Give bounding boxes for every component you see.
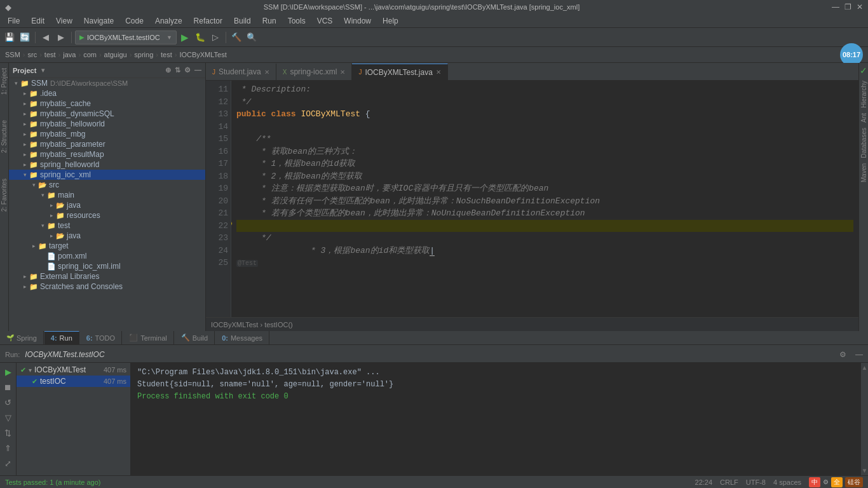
menu-item-tools[interactable]: Tools	[283, 15, 311, 27]
tree-item-mybatis-result[interactable]: ▸ 📁 mybatis_resultMap	[9, 149, 205, 159]
run-rerun-button[interactable]: ↺	[2, 396, 15, 409]
menu-item-run[interactable]: Run	[257, 15, 281, 27]
nav-java[interactable]: java	[63, 51, 76, 58]
tree-item-mybatis-dynamic[interactable]: ▸ 📁 mybatis_dynamicSQL	[9, 109, 205, 119]
coverage-button[interactable]: ▷	[208, 30, 222, 44]
sidebar-maven[interactable]: Maven	[860, 163, 867, 182]
nav-com[interactable]: com	[83, 51, 97, 58]
tree-arrow-src[interactable]: ▾	[29, 182, 38, 188]
menu-item-navigate[interactable]: Navigate	[79, 15, 119, 27]
tree-item-mybatis-cache[interactable]: ▸ 📁 mybatis_cache	[9, 98, 205, 109]
tree-arrow-ext-libs[interactable]: ▸	[20, 273, 29, 280]
nav-ssm[interactable]: SSM	[5, 51, 20, 58]
tree-item-spring-ioc[interactable]: ▾ 📁 spring_ioc_xml	[9, 170, 205, 180]
tree-item-java[interactable]: ▸ 📂 java	[9, 200, 205, 210]
sidebar-ant[interactable]: Ant	[860, 113, 867, 123]
run-play-button[interactable]: ▶	[2, 365, 15, 378]
tree-item-ext-libs[interactable]: ▸ 📁 External Libraries	[9, 271, 205, 281]
tab-student-java[interactable]: J Student.java ✕	[206, 64, 276, 80]
tab-spring-ioc[interactable]: X spring-ioc.xml ✕	[276, 64, 353, 80]
tree-arrow-idea[interactable]: ▸	[20, 90, 29, 97]
menu-item-edit[interactable]: Edit	[26, 15, 50, 27]
tree-arrow-target[interactable]: ▸	[29, 243, 38, 249]
build-button[interactable]: 🔨	[229, 30, 243, 44]
strip-favorites[interactable]: 2: Favorites	[1, 179, 8, 212]
tab-spring[interactable]: 🌱 Spring	[0, 331, 44, 345]
tree-arrow-mybatis-dynamic[interactable]: ▸	[20, 111, 29, 117]
menu-item-code[interactable]: Code	[120, 15, 149, 27]
tree-arrow-test[interactable]: ▾	[38, 222, 47, 229]
tree-arrow-java[interactable]: ▸	[47, 202, 56, 208]
project-collapse-icon[interactable]: —	[194, 66, 201, 74]
tab-ioc-test[interactable]: J IOCByXMLTest.java ✕	[352, 64, 447, 80]
tree-item-mybatis-param[interactable]: ▸ 📁 mybatis_parameter	[9, 139, 205, 149]
tree-item-ssm[interactable]: ▾ 📁 SSM D:\IDEA\workspace\SSM	[9, 78, 205, 88]
tree-item-scratches[interactable]: ▸ 📁 Scratches and Consoles	[9, 281, 205, 292]
menu-item-help[interactable]: Help	[377, 15, 403, 27]
tab-run[interactable]: 4: Run	[44, 331, 79, 345]
tree-arrow-ssm[interactable]: ▾	[11, 80, 20, 86]
tab-build[interactable]: 🔨 Build	[175, 331, 215, 345]
tree-item-test[interactable]: ▾ 📁 test	[9, 220, 205, 231]
nav-spring[interactable]: spring	[134, 51, 153, 58]
scroll-down-button[interactable]: ▼	[862, 467, 868, 474]
tree-item-iml[interactable]: ▸ 📄 spring_ioc_xml.iml	[9, 261, 205, 271]
tree-arrow-mybatis-hello[interactable]: ▸	[20, 121, 29, 127]
tree-arrow-mybatis-cache[interactable]: ▸	[20, 100, 29, 107]
run-expand-button[interactable]: ⤢	[2, 457, 15, 470]
menu-item-vcs[interactable]: VCS	[312, 15, 338, 27]
tree-arrow-spring-ioc[interactable]: ▾	[20, 172, 29, 178]
run-stop-button[interactable]: ⏹	[2, 381, 15, 393]
project-dropdown-icon[interactable]: ▾	[41, 67, 44, 74]
run-settings-icon[interactable]: ⚙	[839, 350, 846, 359]
project-gear-icon[interactable]: ⚙	[184, 66, 191, 74]
tree-item-src[interactable]: ▾ 📂 src	[9, 180, 205, 190]
nav-src[interactable]: src	[28, 51, 37, 58]
tab-close-spring[interactable]: ✕	[340, 69, 345, 76]
tree-arrow-resources[interactable]: ▸	[47, 212, 56, 219]
menu-item-view[interactable]: View	[51, 15, 78, 27]
save-all-button[interactable]: 💾	[3, 30, 17, 44]
menu-item-refactor[interactable]: Refactor	[189, 15, 227, 27]
maximize-button[interactable]: ❐	[844, 3, 851, 11]
tab-todo[interactable]: 6: TODO	[80, 331, 122, 345]
editor-content[interactable]: 11 12 13 14 15 16 17 18 19 20 21 22 23 2…	[206, 81, 858, 317]
tree-arrow-mybatis-mbg[interactable]: ▸	[20, 131, 29, 137]
tree-arrow-main[interactable]: ▾	[38, 192, 47, 198]
tab-messages[interactable]: 0: Messages	[215, 331, 269, 345]
minimize-button[interactable]: —	[832, 3, 839, 11]
sidebar-databases[interactable]: Databases	[860, 128, 867, 158]
tree-item-mybatis-mbg[interactable]: ▸ 📁 mybatis_mbg	[9, 129, 205, 139]
tab-close-ioctest[interactable]: ✕	[436, 69, 441, 76]
gutter-lightbulb-icon[interactable]: 💡	[231, 220, 234, 231]
strip-structure[interactable]: 2: Structure	[1, 120, 8, 153]
project-sort-icon[interactable]: ⇅	[175, 66, 180, 74]
run-button[interactable]: ▶	[178, 30, 192, 44]
close-button[interactable]: ✕	[857, 3, 863, 11]
settings-icon-status[interactable]: ⚙	[823, 478, 829, 485]
tree-arrow-java2[interactable]: ▸	[47, 233, 56, 239]
code-area[interactable]: * Description: */ public class IOCByXMLT…	[231, 81, 858, 317]
folded-icon[interactable]: @Test	[236, 260, 258, 267]
tree-arrow-mybatis-result[interactable]: ▸	[20, 151, 29, 158]
nav-test2[interactable]: test	[161, 51, 172, 58]
tree-item-main[interactable]: ▾ 📁 main	[9, 190, 205, 200]
tab-terminal[interactable]: ⬛ Terminal	[123, 331, 174, 345]
sync-button[interactable]: 🔄	[18, 30, 32, 44]
nav-test[interactable]: test	[44, 51, 56, 58]
tree-arrow-scratches[interactable]: ▸	[20, 283, 29, 290]
run-close-icon[interactable]: —	[855, 350, 863, 359]
tree-item-idea[interactable]: ▸ 📁 .idea	[9, 88, 205, 98]
tree-arrow-spring-hello[interactable]: ▸	[20, 161, 29, 168]
debug-button[interactable]: 🐛	[193, 30, 207, 44]
sidebar-hierarchy[interactable]: Hierarchy	[860, 81, 867, 108]
tree-arrow-mybatis-param[interactable]: ▸	[20, 141, 29, 147]
nav-ioctest[interactable]: IOCByXMLTest	[179, 51, 226, 58]
menu-item-file[interactable]: File	[3, 15, 25, 27]
scroll-up-button[interactable]: ▲	[862, 364, 868, 371]
nav-atguigu[interactable]: atguigu	[104, 51, 127, 58]
run-sortasc-button[interactable]: ⇑	[2, 442, 15, 454]
menu-item-analyze[interactable]: Analyze	[150, 15, 187, 27]
menu-item-build[interactable]: Build	[229, 15, 256, 27]
run-filter-button[interactable]: ▽	[2, 411, 15, 424]
